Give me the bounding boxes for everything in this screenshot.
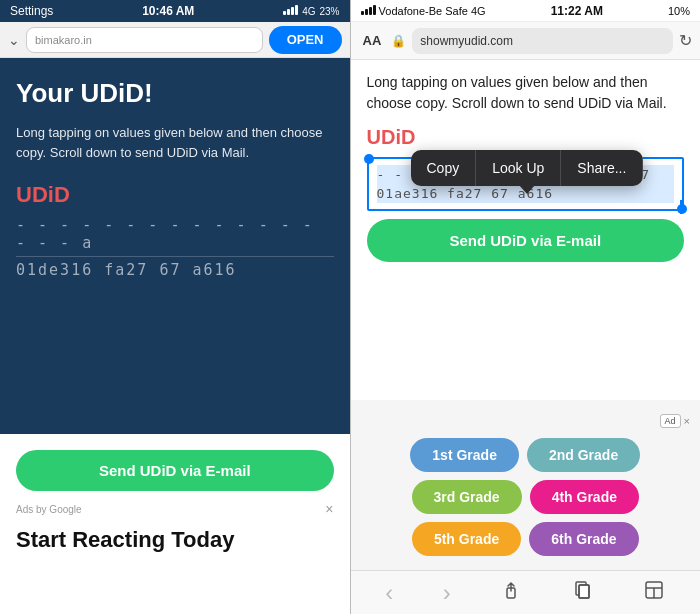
ad-badge: Ad — [660, 414, 681, 428]
svg-rect-2 — [579, 585, 589, 598]
context-menu-copy[interactable]: Copy — [411, 150, 477, 186]
left-panel: Settings 10:46 AM 4G 23% ⌄ bimakaro.in O… — [0, 0, 350, 614]
selection-handle-top-left — [364, 154, 374, 164]
ad-bar-left: Ads by Google × — [16, 501, 334, 517]
context-menu-arrow — [519, 185, 535, 194]
tabs-button[interactable] — [633, 575, 675, 610]
time-left: 10:46 AM — [142, 4, 194, 18]
grade-6-button[interactable]: 6th Grade — [529, 522, 638, 556]
battery-right: 10% — [668, 5, 690, 17]
udid-value-area-left: - - - - - - - - - - - - - - - - - a 01de… — [16, 216, 334, 279]
refresh-button[interactable]: ↻ — [679, 31, 692, 50]
ad-close-right[interactable]: × — [684, 415, 690, 427]
right-main-content: Long tapping on values given below and t… — [351, 60, 701, 400]
network-left: 4G — [302, 6, 315, 17]
context-menu: Copy Look Up Share... — [411, 150, 644, 186]
right-panel: Vodafone-Be Safe 4G 11:22 AM 10% AA 🔒 sh… — [351, 0, 701, 614]
udid-masked-left: - - - - - - - - - - - - - - - - - a — [16, 216, 314, 252]
context-menu-share[interactable]: Share... — [561, 150, 643, 186]
ad-text-left: Ads by Google — [16, 504, 82, 515]
grade-1-button[interactable]: 1st Grade — [410, 438, 519, 472]
udid-description-left: Long tapping on values given below and t… — [16, 123, 334, 162]
udid-label-left: UDiD — [16, 182, 334, 208]
forward-button[interactable]: › — [433, 575, 461, 611]
battery-left: 23% — [319, 6, 339, 17]
grade-4-button[interactable]: 4th Grade — [530, 480, 639, 514]
left-bottom-area: Send UDiD via E-mail Ads by Google × Sta… — [0, 434, 350, 614]
left-hero-content: Your UDiD! Long tapping on values given … — [0, 58, 350, 434]
send-udid-button-left[interactable]: Send UDiD via E-mail — [16, 450, 334, 491]
open-button[interactable]: OPEN — [269, 26, 342, 54]
context-menu-lookup[interactable]: Look Up — [476, 150, 561, 186]
url-text-left: bimakaro.in — [35, 34, 92, 46]
grade-2-button[interactable]: 2nd Grade — [527, 438, 640, 472]
url-bar-left[interactable]: bimakaro.in — [26, 27, 263, 53]
carrier-right: Vodafone-Be Safe 4G — [361, 5, 486, 17]
chevron-down-icon[interactable]: ⌄ — [8, 32, 20, 48]
network-right: 4G — [471, 5, 486, 17]
right-description: Long tapping on values given below and t… — [367, 72, 685, 114]
share-button[interactable] — [490, 575, 532, 610]
udid-row2-left: 01de316 fa27 67 a616 — [16, 261, 334, 279]
back-button[interactable]: ‹ — [375, 575, 403, 611]
url-text-right: showmyudid.com — [420, 34, 513, 48]
bottom-toolbar-right: ‹ › — [351, 570, 701, 614]
time-right: 11:22 AM — [551, 4, 603, 18]
start-reacting-title: Start Reacting Today — [16, 527, 234, 553]
url-bar-right[interactable]: showmyudid.com — [412, 28, 673, 54]
your-udid-title: Your UDiD! — [16, 78, 334, 109]
status-bar-right: Vodafone-Be Safe 4G 11:22 AM 10% — [351, 0, 701, 22]
status-bar-left: Settings 10:46 AM 4G 23% — [0, 0, 350, 22]
settings-label[interactable]: Settings — [10, 4, 53, 18]
grade-3-button[interactable]: 3rd Grade — [412, 480, 522, 514]
signal-battery-left: 4G 23% — [283, 5, 339, 17]
udid-row2-text-left: 01de316 fa27 67 a616 — [16, 261, 237, 279]
send-udid-button-right[interactable]: Send UDiD via E-mail — [367, 219, 685, 262]
grade-5-button[interactable]: 5th Grade — [412, 522, 521, 556]
browser-bar-left: ⌄ bimakaro.in OPEN — [0, 22, 350, 58]
grades-area: Ad × 1st Grade 2nd Grade 3rd Grade 4th G… — [351, 400, 701, 570]
bookmarks-button[interactable] — [562, 575, 604, 610]
udid-row1-left: - - - - - - - - - - - - - - - - - a — [16, 216, 334, 257]
browser-bar-right: AA 🔒 showmyudid.com ↻ — [351, 22, 701, 60]
grades-ad-row: Ad × — [361, 414, 691, 428]
ad-close-left[interactable]: × — [325, 501, 333, 517]
selection-handle-bottom-right — [677, 204, 687, 214]
lock-icon: 🔒 — [391, 34, 406, 48]
signal-bars-right — [361, 5, 379, 17]
carrier-name: Vodafone-Be Safe — [379, 5, 468, 17]
udid-label-right: UDiD — [367, 126, 685, 149]
signal-label — [283, 5, 298, 17]
aa-button[interactable]: AA — [359, 31, 386, 50]
